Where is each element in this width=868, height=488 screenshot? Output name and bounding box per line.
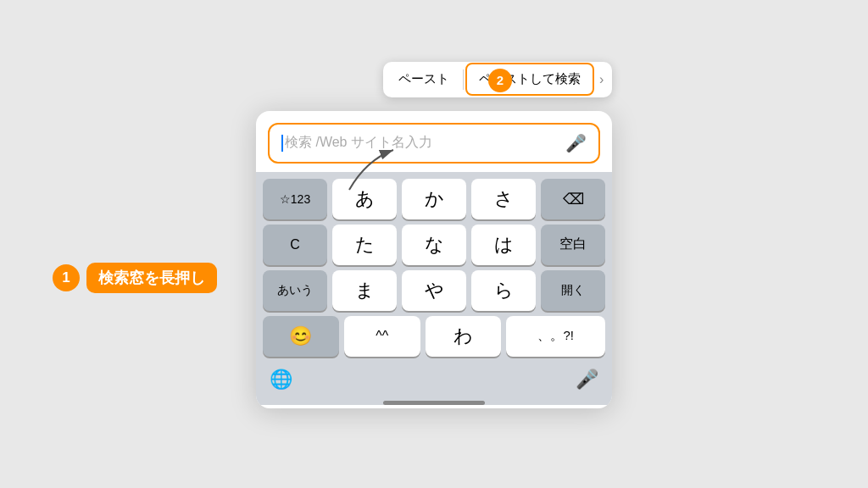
scene: 1 検索窓を長押し ペースト ペーストして検索 › 2: [0, 0, 868, 488]
kb-row-3: あいう ま や ら 開く: [256, 270, 612, 311]
mic-icon[interactable]: 🎤: [565, 133, 587, 153]
badge1-wrap: 1 検索窓を長押し: [53, 263, 217, 293]
kb-row-4: 😊 ^^ わ 、。?!: [256, 316, 612, 357]
kb-key-emoji[interactable]: 😊: [263, 316, 339, 357]
badge1-label: 検索窓を長押し: [86, 263, 217, 293]
kb-key-ta[interactable]: た: [332, 225, 397, 265]
kb-key-hat[interactable]: ^^: [344, 316, 420, 357]
paste-search-button[interactable]: ペーストして検索: [465, 63, 594, 96]
badge1-number: 1: [62, 269, 70, 286]
search-bar[interactable]: 検索 /Web サイト名入力 🎤: [268, 123, 600, 164]
phone-wrapper: ペースト ペーストして検索 › 2 検索 /Web サイト名入力 🎤: [256, 80, 612, 408]
kb-key-kigou[interactable]: ☆123: [263, 179, 327, 219]
chevron-right-icon: ›: [594, 72, 609, 87]
kb-key-ma[interactable]: ま: [332, 270, 397, 311]
kb-key-ka[interactable]: か: [402, 179, 466, 219]
menu-divider: [463, 69, 464, 90]
kb-key-delete[interactable]: ⌫: [541, 179, 605, 219]
keyboard: ☆123 あ か さ ⌫ C た な は 空白 あいう ま: [256, 172, 612, 405]
search-bar-wrap: 検索 /Web サイト名入力 🎤: [256, 111, 612, 172]
phone-card: 検索 /Web サイト名入力 🎤 ☆123: [256, 111, 612, 408]
kb-key-space[interactable]: 空白: [541, 225, 605, 265]
kb-key-a[interactable]: あ: [332, 179, 397, 219]
kb-key-ha[interactable]: は: [471, 225, 536, 265]
kb-row-2: C た な は 空白: [256, 225, 612, 265]
kb-bottom-bar: 🌐 🎤: [256, 362, 612, 396]
kb-key-ya[interactable]: や: [402, 270, 466, 311]
kb-key-c[interactable]: C: [263, 225, 327, 265]
kb-key-wa[interactable]: わ: [426, 316, 502, 357]
kb-row-1: ☆123 あ か さ ⌫: [256, 179, 612, 219]
kb-key-ra[interactable]: ら: [471, 270, 536, 311]
badge1-circle: 1: [53, 264, 80, 291]
kb-key-na[interactable]: な: [402, 225, 466, 265]
text-cursor: [281, 135, 283, 152]
search-placeholder: 検索 /Web サイト名入力: [285, 134, 565, 152]
globe-icon[interactable]: 🌐: [270, 369, 292, 391]
kb-key-sa[interactable]: さ: [471, 179, 536, 219]
home-indicator: [383, 401, 485, 405]
badge2-number: 2: [497, 73, 504, 87]
kb-key-aiueo[interactable]: あいう: [263, 270, 327, 311]
kb-key-open[interactable]: 開く: [541, 270, 605, 311]
paste-button[interactable]: ペースト: [387, 64, 461, 94]
badge2-circle: 2: [488, 69, 512, 92]
kb-key-punct[interactable]: 、。?!: [506, 316, 605, 357]
mic-bottom-icon[interactable]: 🎤: [576, 369, 598, 391]
